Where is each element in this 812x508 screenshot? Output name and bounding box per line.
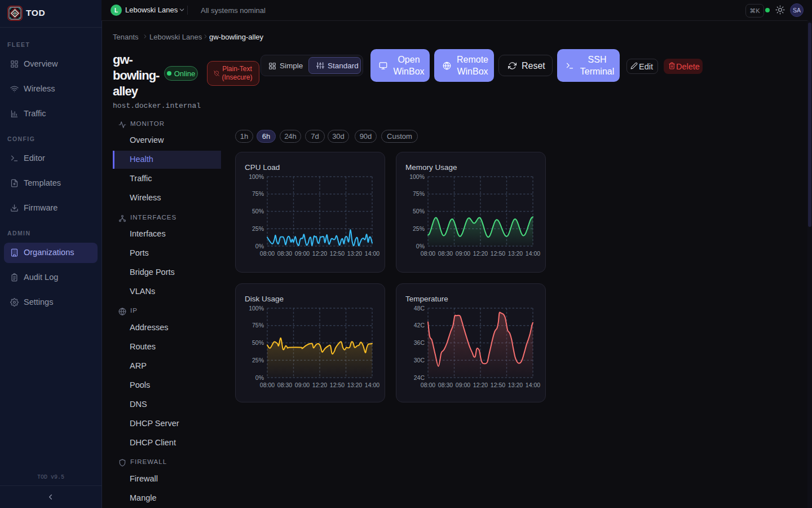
svg-text:08:00: 08:00 — [260, 250, 275, 257]
svg-text:09:00: 09:00 — [456, 382, 470, 388]
svg-text:75%: 75% — [252, 322, 264, 329]
svg-text:08:30: 08:30 — [438, 250, 453, 257]
svg-text:12:20: 12:20 — [473, 250, 488, 257]
svg-text:100%: 100% — [249, 305, 264, 312]
svg-text:09:00: 09:00 — [295, 250, 310, 257]
svg-text:50%: 50% — [252, 208, 264, 214]
svg-text:Disk Usage: Disk Usage — [245, 295, 284, 303]
svg-text:14:00: 14:00 — [365, 250, 379, 257]
svg-text:25%: 25% — [252, 225, 264, 232]
svg-text:75%: 75% — [252, 190, 264, 197]
svg-text:24C: 24C — [414, 374, 425, 381]
svg-text:Temperature: Temperature — [405, 295, 448, 303]
svg-text:0%: 0% — [255, 374, 264, 381]
svg-text:Memory Usage: Memory Usage — [405, 163, 457, 172]
svg-text:09:00: 09:00 — [456, 250, 470, 257]
svg-text:0%: 0% — [255, 243, 264, 249]
svg-text:13:20: 13:20 — [508, 382, 523, 388]
svg-text:12:50: 12:50 — [330, 250, 345, 257]
svg-text:08:30: 08:30 — [277, 382, 292, 388]
svg-text:50%: 50% — [413, 208, 425, 214]
svg-text:08:00: 08:00 — [421, 250, 435, 257]
svg-text:13:20: 13:20 — [347, 382, 362, 388]
svg-text:50%: 50% — [252, 339, 264, 346]
svg-text:13:20: 13:20 — [508, 250, 523, 257]
svg-text:36C: 36C — [414, 339, 425, 346]
svg-text:13:20: 13:20 — [347, 250, 362, 257]
svg-text:100%: 100% — [249, 173, 264, 180]
svg-text:12:50: 12:50 — [491, 250, 505, 257]
svg-text:0%: 0% — [416, 243, 425, 249]
svg-text:09:00: 09:00 — [295, 382, 310, 388]
svg-text:25%: 25% — [413, 225, 425, 232]
svg-text:12:50: 12:50 — [330, 382, 345, 388]
svg-text:08:30: 08:30 — [277, 250, 292, 257]
svg-text:25%: 25% — [252, 357, 264, 364]
svg-text:08:00: 08:00 — [421, 382, 435, 388]
svg-text:14:00: 14:00 — [365, 382, 379, 388]
svg-text:12:20: 12:20 — [473, 382, 488, 388]
svg-text:14:00: 14:00 — [526, 250, 540, 257]
svg-text:08:30: 08:30 — [438, 382, 453, 388]
svg-text:75%: 75% — [413, 190, 425, 197]
svg-text:42C: 42C — [414, 322, 425, 329]
svg-text:CPU Load: CPU Load — [245, 163, 280, 172]
svg-text:12:50: 12:50 — [491, 382, 505, 388]
svg-text:12:20: 12:20 — [312, 250, 327, 257]
svg-text:30C: 30C — [414, 357, 425, 364]
svg-text:14:00: 14:00 — [526, 382, 540, 388]
svg-text:08:00: 08:00 — [260, 382, 275, 388]
svg-text:100%: 100% — [409, 173, 425, 180]
svg-text:48C: 48C — [414, 305, 425, 312]
svg-text:12:20: 12:20 — [312, 382, 327, 388]
